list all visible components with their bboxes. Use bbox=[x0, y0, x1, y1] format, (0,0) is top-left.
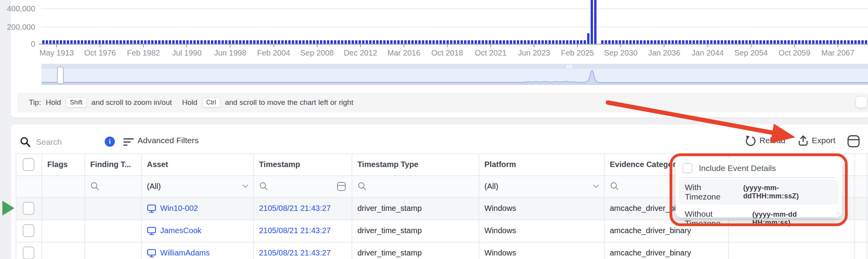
col-header-platform[interactable]: Platform bbox=[479, 153, 604, 175]
select-all-checkbox[interactable] bbox=[23, 158, 34, 171]
navigator-grip-icon[interactable] bbox=[567, 65, 568, 68]
reload-icon[interactable] bbox=[745, 135, 756, 147]
filter-search-icon[interactable] bbox=[90, 182, 100, 191]
histogram-bar bbox=[362, 40, 364, 44]
histogram-bar bbox=[454, 40, 456, 44]
advanced-filters-button[interactable]: Advanced Filters bbox=[138, 136, 198, 145]
filter-asset-select[interactable]: (All) bbox=[147, 182, 253, 191]
histogram-bar bbox=[840, 40, 843, 44]
info-icon[interactable]: i bbox=[105, 137, 115, 147]
reload-button[interactable]: Reload bbox=[759, 136, 786, 145]
x-axis-label: Jan 2036 bbox=[648, 49, 680, 58]
col-header-timestamp[interactable]: Timestamp bbox=[253, 153, 352, 175]
chevron-down-icon[interactable] bbox=[242, 184, 248, 188]
col-header-finding_type[interactable]: Finding T... bbox=[84, 153, 141, 175]
histogram-bar bbox=[341, 40, 343, 44]
x-axis-label: Oct 2021 bbox=[475, 49, 506, 58]
histogram-bar bbox=[221, 40, 224, 44]
histogram-bar bbox=[475, 40, 477, 44]
histogram-bar bbox=[436, 40, 438, 44]
histogram-bar bbox=[250, 40, 252, 44]
filter-flags bbox=[41, 175, 84, 197]
histogram-bar bbox=[109, 40, 111, 44]
timestamp-link[interactable]: 2105/08/21 21:43:27 bbox=[259, 204, 331, 213]
search-input[interactable] bbox=[35, 137, 107, 147]
chevron-down-icon[interactable] bbox=[593, 184, 599, 188]
histogram-bar bbox=[186, 40, 189, 44]
histogram-bar bbox=[302, 40, 305, 44]
cell-platform: Windows bbox=[479, 219, 604, 242]
histogram-bar bbox=[158, 40, 161, 44]
histogram-bar bbox=[654, 40, 656, 44]
timestamp-link[interactable]: 2105/08/21 21:43:27 bbox=[259, 248, 331, 257]
tip-label: Tip: bbox=[29, 98, 41, 107]
col-header-asset[interactable]: Asset bbox=[141, 153, 253, 175]
histogram-bar bbox=[264, 40, 266, 44]
filter-timestamp[interactable] bbox=[253, 175, 352, 197]
asset-link[interactable]: JamesCook bbox=[160, 226, 202, 235]
navigator-left-handle[interactable] bbox=[57, 67, 64, 84]
navigator-grip-icon[interactable] bbox=[571, 65, 572, 68]
cell-platform: Windows bbox=[479, 242, 604, 259]
col-header-flags[interactable]: Flags bbox=[41, 153, 84, 175]
histogram-bar bbox=[355, 40, 357, 44]
asset-link[interactable]: Win10-002 bbox=[160, 204, 198, 213]
navigator-grip-icon[interactable] bbox=[569, 65, 570, 68]
histogram-bar bbox=[858, 40, 860, 44]
export-button[interactable]: Export bbox=[812, 136, 836, 145]
histogram-bar bbox=[622, 40, 625, 44]
asset-link[interactable]: WilliamAdams bbox=[160, 248, 210, 257]
histogram-bar bbox=[506, 40, 509, 44]
filter-asset[interactable]: (All) bbox=[141, 175, 253, 197]
histogram-bar bbox=[162, 40, 164, 44]
histogram-bar bbox=[735, 40, 737, 44]
filter-finding_type[interactable] bbox=[84, 175, 141, 197]
histogram-bar bbox=[749, 40, 751, 44]
col-header-timestamp_type[interactable]: Timestamp Type bbox=[352, 153, 479, 175]
histogram-bar bbox=[629, 40, 632, 44]
histogram-bar bbox=[559, 40, 561, 44]
histogram-bar bbox=[334, 40, 336, 44]
histogram-bar bbox=[816, 40, 818, 44]
histogram-bar bbox=[587, 33, 589, 44]
row-checkbox[interactable] bbox=[23, 224, 34, 237]
histogram-bar bbox=[742, 40, 744, 44]
filter-platform-select[interactable]: (All) bbox=[484, 182, 604, 191]
filter-search-icon[interactable] bbox=[357, 182, 367, 191]
filter-search-icon[interactable] bbox=[610, 182, 619, 191]
histogram-bar bbox=[67, 40, 69, 44]
computer-monitor-icon bbox=[147, 204, 156, 213]
histogram-bar bbox=[77, 40, 80, 44]
row-checkbox[interactable] bbox=[23, 246, 34, 259]
tip-dismiss-button[interactable] bbox=[856, 97, 867, 108]
filter-platform[interactable]: (All) bbox=[479, 175, 604, 197]
cell-timestamp: 2105/08/21 21:43:27 bbox=[253, 242, 352, 259]
filter-timestamp_type[interactable] bbox=[352, 175, 479, 197]
histogram-bar bbox=[731, 40, 734, 44]
filter-icon[interactable] bbox=[123, 138, 134, 147]
histogram-bar bbox=[418, 40, 421, 44]
histogram-bar bbox=[204, 40, 206, 44]
row-checkbox[interactable] bbox=[23, 202, 34, 215]
histogram-bar bbox=[517, 40, 519, 44]
histogram-bar bbox=[672, 40, 674, 44]
histogram-bar bbox=[229, 40, 231, 44]
histogram-bar bbox=[91, 40, 94, 44]
calendar-icon[interactable] bbox=[337, 181, 346, 191]
histogram-bar bbox=[563, 40, 565, 44]
filter-asset-value: (All) bbox=[147, 182, 161, 191]
timestamp-link[interactable]: 2105/08/21 21:43:27 bbox=[259, 226, 331, 235]
column-chooser-icon[interactable] bbox=[847, 135, 860, 148]
navigator-track[interactable] bbox=[41, 69, 868, 83]
export-icon[interactable] bbox=[798, 134, 809, 147]
histogram-bar bbox=[218, 40, 220, 44]
histogram-bar bbox=[752, 40, 755, 44]
x-axis-label: Jun 1998 bbox=[214, 49, 246, 58]
x-axis-label: Jan 2044 bbox=[691, 49, 723, 58]
x-axis-tick bbox=[317, 45, 318, 47]
filter-select bbox=[16, 175, 41, 197]
filter-search-icon[interactable] bbox=[259, 182, 268, 191]
cell-platform: Windows bbox=[479, 197, 604, 219]
histogram-bar bbox=[327, 40, 329, 44]
histogram-bar bbox=[594, 0, 597, 44]
